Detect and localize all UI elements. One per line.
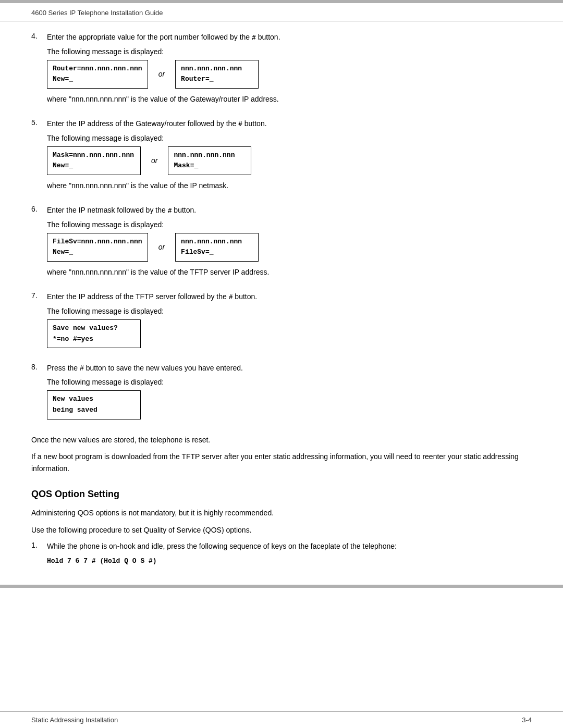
qos-intro2: Use the following procedure to set Quali… [31, 524, 532, 536]
step-8-text: Press the # button to save the new value… [47, 363, 532, 374]
step-4-content: Enter the appropriate value for the port… [47, 32, 532, 109]
page-footer: Static Addressing Installation 3-4 [0, 711, 563, 728]
step-6-text: Enter the IP netmask followed by the # b… [47, 205, 532, 216]
step-8: 8. Press the # button to save the new va… [31, 363, 532, 425]
step-4-or: or [158, 70, 165, 78]
page-container: 4600 Series IP Telephone Installation Gu… [0, 0, 563, 728]
step-6-box-left-line2: New=_ [53, 247, 142, 258]
step-8-box-left-line1: New values [53, 394, 135, 405]
main-content: 4. Enter the appropriate value for the p… [0, 21, 563, 585]
step-7-text: Enter the IP address of the TFTP server … [47, 291, 532, 303]
step-5-box-left-line2: New=_ [53, 161, 135, 171]
step-5-row: 5. Enter the IP address of the Gateway/r… [31, 118, 532, 195]
qos-step-1: 1. While the phone is on-hook and idle, … [31, 541, 532, 565]
step-7-box-left-line1: Save new values? [53, 323, 135, 334]
qos-step-1-content: While the phone is on-hook and idle, pre… [47, 541, 532, 565]
step-4-number: 4. [31, 32, 47, 40]
step-5: 5. Enter the IP address of the Gateway/r… [31, 118, 532, 195]
step-8-boxes: New values being saved [47, 390, 532, 419]
step-8-row: 8. Press the # button to save the new va… [31, 363, 532, 425]
step-6-box-left: FileSv=nnn.nnn.nnn.nnn New=_ [47, 233, 148, 262]
bottom-bar [0, 585, 563, 588]
step-4: 4. Enter the appropriate value for the p… [31, 32, 532, 109]
step-8-content: Press the # button to save the new value… [47, 363, 532, 425]
step-6-number: 6. [31, 205, 47, 213]
step-7-content: Enter the IP address of the TFTP server … [47, 291, 532, 353]
step-5-box-right-line1: nnn.nnn.nnn.nnn [174, 150, 246, 161]
step-5-box-right: nnn.nnn.nnn.nnn Mask=_ [168, 146, 251, 176]
step-6-or: or [158, 243, 165, 251]
qos-step-1-row: 1. While the phone is on-hook and idle, … [31, 541, 532, 565]
step-4-following: The following message is displayed: [47, 47, 532, 56]
qos-step-1-number: 1. [31, 541, 47, 549]
step-5-following: The following message is displayed: [47, 134, 532, 142]
step-5-box-left: Mask=nnn.nnn.nnn.nnn New=_ [47, 146, 141, 176]
step-5-box-left-line1: Mask=nnn.nnn.nnn.nnn [53, 150, 135, 161]
step-4-box-left-line2: New=_ [53, 74, 142, 85]
step-4-box-right-line2: Router=_ [181, 74, 253, 85]
step-6-following: The following message is displayed: [47, 220, 532, 229]
step-5-boxes: Mask=nnn.nnn.nnn.nnn New=_ or nnn.nnn.nn… [47, 146, 532, 176]
step-4-box-right-line1: nnn.nnn.nnn.nnn [181, 64, 253, 75]
step-6: 6. Enter the IP netmask followed by the … [31, 205, 532, 282]
footer-left: Static Addressing Installation [31, 716, 118, 724]
step-6-boxes: FileSv=nnn.nnn.nnn.nnn New=_ or nnn.nnn.… [47, 233, 532, 262]
qos-step-1-text: While the phone is on-hook and idle, pre… [47, 541, 532, 552]
step-8-number: 8. [31, 363, 47, 371]
step-6-content: Enter the IP netmask followed by the # b… [47, 205, 532, 282]
step-6-box-right-line1: nnn.nnn.nnn.nnn [181, 237, 253, 248]
after-steps-1: Once the new values are stored, the tele… [31, 434, 532, 446]
step-7: 7. Enter the IP address of the TFTP serv… [31, 291, 532, 353]
step-8-box-left-line2: being saved [53, 405, 135, 416]
header-title: 4600 Series IP Telephone Installation Gu… [31, 9, 163, 17]
step-7-boxes: Save new values? *=no #=yes [47, 319, 532, 349]
step-5-or: or [151, 156, 157, 165]
step-4-text: Enter the appropriate value for the port… [47, 32, 532, 43]
step-4-row: 4. Enter the appropriate value for the p… [31, 32, 532, 109]
qos-step-1-code-container: Hold 7 6 7 # (Hold Q O S #) [47, 556, 532, 565]
footer-right: 3-4 [522, 716, 532, 724]
step-7-box-left-line2: *=no #=yes [53, 334, 135, 345]
step-5-content: Enter the IP address of the Gateway/rout… [47, 118, 532, 195]
step-4-box-left-line1: Router=nnn.nnn.nnn.nnn [53, 64, 142, 75]
step-6-box-right-line2: FileSv=_ [181, 247, 253, 258]
qos-step-1-code: Hold 7 6 7 # (Hold Q O S #) [47, 557, 157, 565]
step-6-row: 6. Enter the IP netmask followed by the … [31, 205, 532, 282]
page-header: 4600 Series IP Telephone Installation Gu… [0, 3, 563, 21]
qos-heading: QOS Option Setting [31, 489, 532, 500]
step-4-boxes: Router=nnn.nnn.nnn.nnn New=_ or nnn.nnn.… [47, 60, 532, 89]
step-5-number: 5. [31, 118, 47, 127]
qos-intro1: Administering QOS options is not mandato… [31, 507, 532, 519]
step-6-box-right: nnn.nnn.nnn.nnn FileSv=_ [175, 233, 259, 262]
step-7-row: 7. Enter the IP address of the TFTP serv… [31, 291, 532, 353]
step-7-following: The following message is displayed: [47, 307, 532, 315]
step-8-box-left: New values being saved [47, 390, 141, 419]
step-8-following: The following message is displayed: [47, 378, 532, 386]
step-5-box-right-line2: Mask=_ [174, 161, 246, 171]
step-4-where: where "nnn.nnn.nnn.nnn" is the value of … [47, 94, 532, 105]
step-5-where: where "nnn.nnn.nnn.nnn" is the value of … [47, 180, 532, 191]
step-6-box-left-line1: FileSv=nnn.nnn.nnn.nnn [53, 237, 142, 248]
step-6-where: where "nnn.nnn.nnn.nnn" is the value of … [47, 267, 532, 278]
step-4-box-left: Router=nnn.nnn.nnn.nnn New=_ [47, 60, 148, 89]
step-5-text: Enter the IP address of the Gateway/rout… [47, 118, 532, 130]
step-7-box-left: Save new values? *=no #=yes [47, 319, 141, 349]
step-4-box-right: nnn.nnn.nnn.nnn Router=_ [175, 60, 259, 89]
after-steps-2: If a new boot program is downloaded from… [31, 451, 532, 474]
step-7-number: 7. [31, 291, 47, 300]
